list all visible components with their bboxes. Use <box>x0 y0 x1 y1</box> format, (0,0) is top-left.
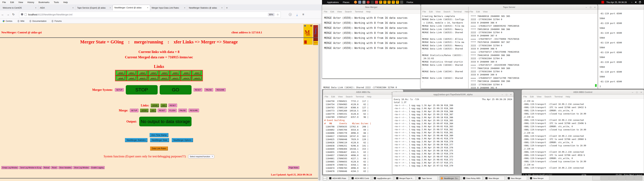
terminal-menu-item[interactable]: Search <box>444 10 450 13</box>
pocket-icon[interactable]: ∨ <box>289 13 292 16</box>
merge-control-button[interactable]: GO <box>150 108 156 112</box>
terminal-menu-item[interactable]: Search <box>345 10 352 13</box>
launcher-icon[interactable] <box>400 1 403 4</box>
aida-link-button[interactable]: aida1 <box>128 71 136 74</box>
tab-close-icon[interactable]: × <box>72 7 74 9</box>
terminal-menu-item[interactable]: Terminal <box>355 10 363 13</box>
taskbar-window-button[interactable]: AIDA MBS Contr.. <box>350 176 371 180</box>
taskbar-window-button[interactable]: Merger/Tape H... <box>395 176 416 180</box>
footer-utility-button[interactable]: Enable Logging <box>90 166 105 169</box>
back-icon[interactable]: ← <box>0 13 5 16</box>
merger-pause-button[interactable]: PAUSE <box>204 88 213 92</box>
window-titlebar[interactable]: npg@aidas-gsi:/TapeData/S100_alpha – □ × <box>392 92 514 97</box>
tab-close-icon[interactable]: × <box>221 7 222 9</box>
workspace-cell[interactable] <box>618 176 626 180</box>
launcher-icon[interactable] <box>371 1 374 4</box>
aida-link-button[interactable]: aida2 <box>139 71 146 74</box>
aida-link-button[interactable]: aida3 <box>150 71 157 74</box>
terminal-menu-item[interactable]: View <box>338 95 343 98</box>
window-titlebar[interactable]: AIDA MBS Control – □ × <box>522 90 644 95</box>
merge-control-button[interactable]: PAUSE <box>178 108 187 112</box>
minimize-icon[interactable]: – <box>632 91 633 94</box>
terminal-menu-item[interactable]: Edit <box>331 95 335 98</box>
browser-menu-item[interactable]: Tools <box>54 1 59 4</box>
terminal-menu-item[interactable]: View <box>436 10 440 13</box>
launcher-icon[interactable] <box>396 1 399 4</box>
applications-menu[interactable]: Applications <box>327 1 339 4</box>
launcher-icon[interactable] <box>366 1 370 4</box>
newmerger-page-button[interactable]: NewMerger State <box>150 138 169 142</box>
launcher-icon[interactable] <box>388 1 390 4</box>
tab-close-icon[interactable]: × <box>147 6 148 9</box>
terminal-menu-item[interactable]: View <box>337 10 342 13</box>
browser-tab[interactable]: NewMerger Statistics @ aidas × <box>187 5 224 10</box>
aida-link-button[interactable]: aida8 <box>117 76 124 80</box>
merge-control-button[interactable]: FLUSH <box>168 108 177 112</box>
aida-link-button[interactable]: aida10 <box>138 76 147 80</box>
launcher-icon[interactable] <box>392 1 395 4</box>
bookmark-star-icon[interactable]: ☆ <box>276 13 279 16</box>
footer-utility-button[interactable]: Send Log Window to ELog <box>19 166 42 169</box>
taskbar-window-button[interactable]: New Merger <box>529 176 549 180</box>
browser-menu-item[interactable]: View <box>18 1 23 4</box>
taskbar-window-button[interactable]: AIDA MBS Rate <box>328 176 348 180</box>
footer-utility-button[interactable]: Empty Log Window <box>1 166 18 169</box>
aida-link-button[interactable]: aida9 <box>128 76 136 80</box>
maximize-icon[interactable]: □ <box>636 91 638 94</box>
bookmark-item[interactable]: Documentation <box>29 20 46 22</box>
bookmark-item[interactable]: Forums <box>52 20 62 22</box>
terminal-menu-item[interactable]: File <box>325 95 328 98</box>
terminal-menu-item[interactable]: Help <box>366 10 371 13</box>
zero-time-stamp-button[interactable]: Zero Time Stamp <box>150 133 168 137</box>
aida-link-button[interactable]: aida11 <box>149 76 158 80</box>
browser-menu-item[interactable]: Bookmarks <box>38 1 50 4</box>
volume-icon[interactable] <box>635 1 636 3</box>
aida-link-button[interactable]: aida5 <box>172 71 179 74</box>
merge-control-button[interactable]: SETUP <box>130 108 139 112</box>
merger-resume-button[interactable]: RESUME <box>215 88 226 92</box>
browser-menu-item[interactable]: File <box>2 1 6 4</box>
workspace-cell[interactable] <box>609 176 617 180</box>
terminal-menu-item[interactable]: File <box>324 10 327 13</box>
close-icon[interactable]: × <box>594 6 596 8</box>
merger-stop-button[interactable]: STOP <box>126 85 158 94</box>
shield-icon[interactable] <box>21 13 23 16</box>
network-icon[interactable]: ↑↓ <box>631 1 632 3</box>
power-icon[interactable] <box>639 1 641 3</box>
downloads-icon[interactable]: ↓ <box>296 13 298 16</box>
app-menu-icon[interactable]: ≡ <box>302 13 304 16</box>
url-bar[interactable]: localhost:8115/NewMerger/NewMerger.tml 8… <box>19 12 281 18</box>
url-text[interactable]: localhost:8115/NewMerger/NewMerger.tml <box>28 13 268 16</box>
workspace-cell[interactable] <box>626 176 634 180</box>
browser-menu-item[interactable]: Edit <box>10 1 14 4</box>
footer-utility-button[interactable]: Show Log Window <box>73 166 90 169</box>
page-notes-button[interactable]: Page Notes <box>288 166 299 169</box>
tab-close-icon[interactable]: × <box>184 7 185 9</box>
taskbar-window-button[interactable]: New Merger <box>506 176 527 180</box>
forward-icon[interactable]: → <box>5 13 11 16</box>
footer-utility-button[interactable]: Reload <box>43 166 50 169</box>
panel-clock[interactable]: Thu Apr 25, 09:36:28 <box>606 1 627 4</box>
tab-close-icon[interactable]: × <box>35 7 36 9</box>
reload-icon[interactable]: ↻ <box>11 13 16 16</box>
terminal-menu-item[interactable]: Edit <box>476 10 480 13</box>
terminal-menu-item[interactable]: File <box>422 10 426 13</box>
browser-tab[interactable]: Merger Input Data Link Rates × <box>150 5 187 10</box>
aida-link-button[interactable]: aida4 <box>161 71 168 74</box>
aida-link-button[interactable]: aida14 <box>182 76 190 80</box>
launcher-icon[interactable] <box>362 1 366 4</box>
newmerger-page-button[interactable]: NewMerger Statistics <box>125 138 147 142</box>
terminal-menu-item[interactable]: Edit <box>530 95 534 98</box>
workspace-cell[interactable] <box>601 176 609 180</box>
terminal-menu-item[interactable]: Search <box>544 95 551 98</box>
terminal-menu-item[interactable]: Terminal <box>454 10 462 13</box>
launcher-icon[interactable] <box>379 1 382 4</box>
close-icon[interactable]: × <box>640 91 642 94</box>
new-tab-button[interactable]: + <box>224 5 230 10</box>
browser-tab[interactable]: Tape Service (Expert) @ aidas × <box>76 5 113 10</box>
taskbar-window-button[interactable]: New Merger <box>484 176 505 180</box>
merge-control-button[interactable]: RESET <box>158 108 166 112</box>
browser-tab[interactable]: NewMerger: Control @ aidas- × <box>113 5 150 10</box>
launcher-icon[interactable] <box>375 1 378 4</box>
terminal-menu-item[interactable]: File <box>524 95 527 98</box>
